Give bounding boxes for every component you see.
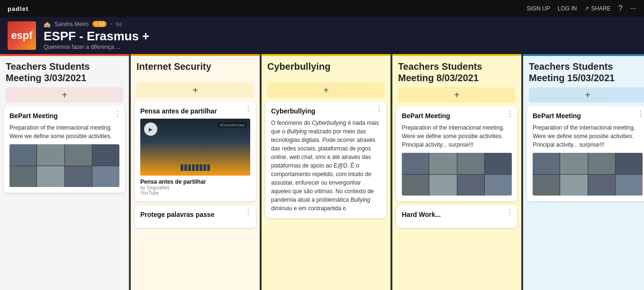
col4-add-button[interactable]: + <box>398 87 516 103</box>
col5-add-button[interactable]: + <box>529 87 644 103</box>
grid-cell <box>429 175 456 196</box>
card-title: BePart Meeting <box>533 112 643 120</box>
meeting-grid <box>533 153 643 196</box>
table-row: ⋮ BePart Meeting Preparation of the inte… <box>396 106 517 201</box>
col1-add-button[interactable]: + <box>6 87 123 103</box>
column-4: Teachers Students Meeting 8/03/2021 + ⋮ … <box>392 54 521 290</box>
video-thumbnail[interactable]: #EstudoEmCasa ▶ <box>140 119 250 176</box>
top-nav: padlet SIGN UP LOG IN ↗ SHARE ? ··· <box>0 0 644 17</box>
columns-area: Teachers Students Meeting 3/03/2021 + ⋮ … <box>0 54 644 290</box>
grid-cell <box>560 153 587 174</box>
grid-cell <box>588 175 615 196</box>
link-title: Pensa antes de partilhar <box>140 178 250 185</box>
grid-cell <box>9 144 36 166</box>
grid-cell <box>616 175 643 196</box>
table-row: ⋮ BePart Meeting Preparation of the inte… <box>527 106 644 201</box>
column-5: Teachers Students Meeting 15/03/2021 + ⋮… <box>523 54 644 290</box>
video-bg: #EstudoEmCasa ▶ <box>140 119 250 176</box>
board-logo-image: espf <box>8 21 36 50</box>
col3-header: Cyberbullying <box>262 54 390 83</box>
col3-cards: ⋮ Cyberbullying O fenómeno do Cyberbully… <box>262 102 390 290</box>
col2-accent-bar <box>131 54 260 56</box>
signup-link[interactable]: SIGN UP <box>526 5 550 12</box>
col3-accent-bar <box>262 54 390 56</box>
more-options-icon[interactable]: ··· <box>630 4 636 13</box>
grid-cell <box>457 175 484 196</box>
col3-add-button[interactable]: + <box>267 83 385 98</box>
card-text: O fenómeno do Cyberbullying é nada mais … <box>271 119 381 213</box>
meeting-grid <box>9 144 119 187</box>
grid-cell <box>37 166 64 187</box>
board-title: ESPF - Erasmus + <box>44 29 636 43</box>
card-title: Cyberbullying <box>271 107 381 115</box>
share-icon: ↗ <box>584 5 589 12</box>
col5-header: Teachers Students Meeting 15/03/2021 <box>523 54 644 87</box>
table-row: ⋮ BePart Meeting Preparation of the inte… <box>4 106 125 193</box>
grid-cell <box>65 166 92 187</box>
time-ago: 5d <box>116 21 121 27</box>
meeting-grid <box>402 153 512 196</box>
grid-cell <box>429 153 456 174</box>
top-nav-right: SIGN UP LOG IN ↗ SHARE ? ··· <box>526 4 636 13</box>
link-source: by SeguraNet <box>140 185 250 190</box>
grid-cell <box>533 153 560 174</box>
card-title: BePart Meeting <box>9 112 119 120</box>
col1-accent-bar <box>0 54 129 56</box>
card-menu-icon[interactable]: ⋮ <box>114 110 121 118</box>
meeting-image <box>402 153 512 196</box>
grid-cell <box>92 144 119 166</box>
col4-header: Teachers Students Meeting 8/03/2021 <box>392 54 521 87</box>
grid-cell <box>485 175 512 196</box>
col5-cards: ⋮ BePart Meeting Preparation of the inte… <box>523 106 644 290</box>
col4-cards: ⋮ BePart Meeting Preparation of the inte… <box>392 106 521 290</box>
grid-cell <box>402 153 429 174</box>
school-icon: 🏫 <box>44 21 51 28</box>
card-menu-icon[interactable]: ⋮ <box>637 110 644 118</box>
grid-cell <box>533 175 560 196</box>
points-badge: + 10 <box>92 21 107 27</box>
board-meta: 🏫 Sandra Melro + 10 • 5d <box>44 21 636 28</box>
author-name: Sandra Melro <box>54 21 89 28</box>
play-button-icon[interactable]: ▶ <box>144 122 157 136</box>
col1-header: Teachers Students Meeting 3/03/2021 <box>0 54 129 87</box>
card-menu-icon[interactable]: ⋮ <box>245 105 252 113</box>
card-text: Preparation of the internacional meeting… <box>402 123 512 149</box>
table-row: ⋮ Pensa antes de partilhar #EstudoEmCasa… <box>135 102 256 201</box>
help-icon[interactable]: ? <box>618 4 623 13</box>
card-title: Hard Work... <box>402 211 512 218</box>
col4-accent-bar <box>392 54 521 56</box>
column-1: Teachers Students Meeting 3/03/2021 + ⋮ … <box>0 54 129 290</box>
card-menu-icon[interactable]: ⋮ <box>245 209 252 216</box>
board-header: espf 🏫 Sandra Melro + 10 • 5d ESPF - Era… <box>0 17 644 54</box>
col2-header: Internet Security <box>131 54 260 83</box>
board-logo: espf <box>8 21 36 50</box>
share-button[interactable]: ↗ SHARE <box>584 5 610 12</box>
table-row: ⋮ Cyberbullying O fenómeno do Cyberbully… <box>265 102 387 218</box>
grid-cell <box>65 144 92 166</box>
card-title: Protege palavras passe <box>140 211 250 218</box>
table-row: ⋮ Protege palavras passe <box>135 205 256 228</box>
board-info: 🏫 Sandra Melro + 10 • 5d ESPF - Erasmus … <box>44 21 636 51</box>
card-menu-icon[interactable]: ⋮ <box>375 105 383 113</box>
card-title: Pensa antes de partilhar <box>140 107 250 115</box>
grid-cell <box>402 175 429 196</box>
table-row: ⋮ Hard Work... <box>396 205 517 228</box>
col2-cards: ⋮ Pensa antes de partilhar #EstudoEmCasa… <box>131 102 260 290</box>
crowd-illustration <box>181 164 210 171</box>
meeting-image <box>533 153 643 196</box>
card-menu-icon[interactable]: ⋮ <box>506 110 514 118</box>
card-text: Preparation of the internacional meeting… <box>533 123 643 149</box>
link-platform: YouTube <box>140 190 250 196</box>
dot-separator: • <box>110 21 112 27</box>
col2-add-button[interactable]: + <box>136 83 254 98</box>
grid-cell <box>92 166 119 187</box>
card-link-meta: Pensa antes de partilhar by SeguraNet Yo… <box>140 178 250 196</box>
hashtag-label: #EstudoEmCasa <box>218 122 246 128</box>
grid-cell <box>457 153 484 174</box>
column-3: Cyberbullying + ⋮ Cyberbullying O fenóme… <box>262 54 390 290</box>
login-link[interactable]: LOG IN <box>558 5 577 12</box>
grid-cell <box>616 153 643 174</box>
card-menu-icon[interactable]: ⋮ <box>506 209 514 216</box>
meeting-image <box>9 144 119 187</box>
grid-cell <box>560 175 587 196</box>
